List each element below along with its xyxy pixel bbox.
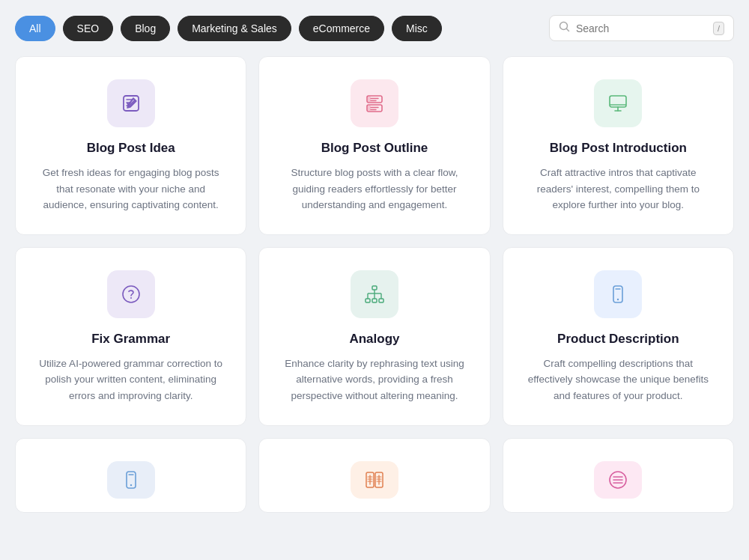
card-icon-card8 bbox=[351, 461, 398, 499]
svg-point-34 bbox=[130, 484, 131, 485]
card-blog-post-outline[interactable]: Blog Post OutlineStructure blog posts wi… bbox=[258, 56, 490, 235]
card-icon-card9 bbox=[594, 461, 642, 499]
filter-btn-all[interactable]: All bbox=[15, 16, 55, 41]
card-title-product-description: Product Description bbox=[557, 332, 679, 347]
svg-rect-14 bbox=[610, 96, 626, 107]
card-title-analogy: Analogy bbox=[349, 332, 399, 347]
filter-btn-ecommerce[interactable]: eCommerce bbox=[299, 16, 384, 41]
svg-rect-23 bbox=[379, 299, 383, 302]
card-card9[interactable] bbox=[503, 438, 734, 513]
svg-rect-22 bbox=[372, 299, 377, 302]
svg-rect-21 bbox=[366, 299, 370, 302]
card-title-blog-post-idea: Blog Post Idea bbox=[87, 141, 175, 156]
filter-bar: AllSEOBlogMarketing & SaleseCommerceMisc… bbox=[15, 15, 734, 41]
card-blog-post-idea[interactable]: Blog Post IdeaGet fresh ideas for engagi… bbox=[15, 56, 246, 235]
filter-btn-misc[interactable]: Misc bbox=[392, 16, 442, 41]
card-title-blog-post-outline: Blog Post Outline bbox=[321, 141, 428, 156]
card-title-blog-post-intro: Blog Post Introduction bbox=[550, 141, 687, 156]
svg-point-19 bbox=[130, 297, 132, 299]
search-input[interactable] bbox=[576, 22, 707, 34]
search-box: / bbox=[549, 15, 734, 41]
card-fix-grammar[interactable]: Fix GrammarUtilize AI-powered grammar co… bbox=[15, 247, 246, 426]
card-desc-analogy: Enhance clarity by rephrasing text using… bbox=[277, 356, 471, 404]
card-desc-fix-grammar: Utilize AI-powered grammar correction to… bbox=[34, 356, 228, 404]
card-desc-blog-post-outline: Structure blog posts with a clear flow, … bbox=[277, 165, 471, 213]
svg-rect-13 bbox=[368, 106, 371, 111]
card-title-fix-grammar: Fix Grammar bbox=[91, 332, 170, 347]
card-blog-post-intro[interactable]: Blog Post IntroductionCraft attractive i… bbox=[503, 56, 734, 235]
search-icon bbox=[559, 21, 570, 35]
cards-grid: Blog Post IdeaGet fresh ideas for engagi… bbox=[15, 56, 734, 513]
card-desc-blog-post-idea: Get fresh ideas for engaging blog posts … bbox=[34, 165, 228, 213]
card-icon-blog-post-idea bbox=[107, 79, 155, 127]
filter-btn-blog[interactable]: Blog bbox=[121, 16, 170, 41]
card-icon-blog-post-outline bbox=[351, 79, 398, 127]
search-kbd: / bbox=[713, 22, 724, 35]
svg-rect-20 bbox=[372, 286, 377, 290]
svg-rect-12 bbox=[368, 97, 371, 102]
svg-line-1 bbox=[566, 29, 568, 31]
filter-btn-marketing[interactable]: Marketing & Sales bbox=[178, 16, 291, 41]
card-card8[interactable] bbox=[258, 438, 490, 513]
svg-point-31 bbox=[617, 299, 619, 300]
card-card7[interactable] bbox=[15, 438, 246, 513]
svg-point-18 bbox=[123, 286, 139, 302]
filter-btn-seo[interactable]: SEO bbox=[63, 16, 114, 41]
card-icon-fix-grammar bbox=[107, 270, 155, 318]
card-icon-blog-post-intro bbox=[594, 79, 642, 127]
card-desc-product-description: Craft compelling descriptions that effec… bbox=[521, 356, 715, 404]
card-icon-analogy bbox=[351, 270, 398, 318]
card-icon-product-description bbox=[594, 270, 642, 318]
card-product-description[interactable]: Product DescriptionCraft compelling desc… bbox=[503, 247, 734, 426]
card-analogy[interactable]: AnalogyEnhance clarity by rephrasing tex… bbox=[258, 247, 490, 426]
card-desc-blog-post-intro: Craft attractive intros that captivate r… bbox=[521, 165, 715, 213]
card-icon-card7 bbox=[107, 461, 155, 499]
